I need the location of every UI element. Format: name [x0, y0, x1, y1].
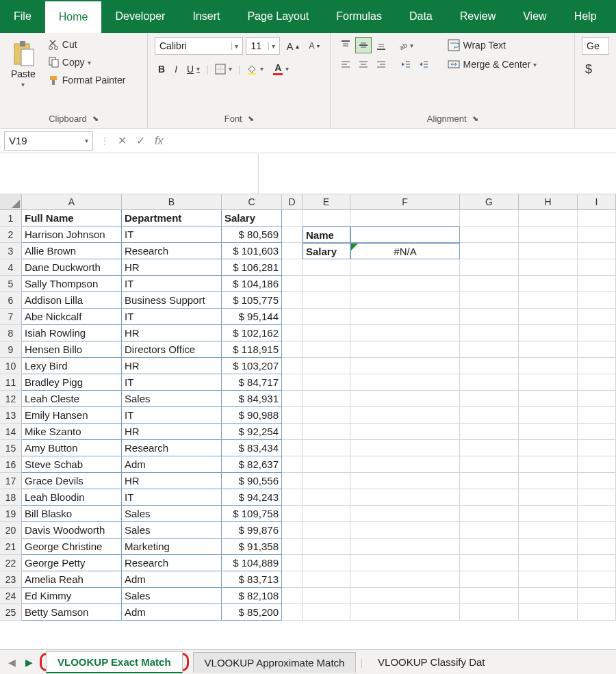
cell[interactable] [460, 473, 519, 489]
cell[interactable] [350, 374, 460, 391]
cell[interactable] [460, 555, 519, 571]
bold-button[interactable]: B [155, 62, 168, 77]
cell[interactable]: IT [122, 309, 222, 325]
spreadsheet[interactable]: ABCDEFGHI 1Full NameDepartmentSalary2Har… [0, 194, 616, 621]
cell[interactable] [578, 309, 616, 325]
cell[interactable] [578, 210, 616, 226]
cell[interactable] [578, 555, 616, 571]
cell[interactable] [303, 539, 350, 555]
cell[interactable] [460, 243, 519, 259]
cell[interactable]: Sales [122, 522, 222, 539]
row-header[interactable]: 4 [0, 259, 22, 276]
cell[interactable] [303, 276, 350, 292]
cell[interactable] [519, 424, 578, 440]
cell[interactable]: $ 82,637 [222, 456, 282, 473]
row-header[interactable]: 15 [0, 440, 22, 456]
menu-tab-view[interactable]: View [509, 0, 560, 33]
cell[interactable] [303, 506, 350, 522]
cell[interactable] [282, 358, 303, 374]
column-header[interactable]: C [222, 194, 282, 209]
row-header[interactable]: 16 [0, 456, 22, 473]
row-header[interactable]: 23 [0, 571, 22, 588]
align-left-button[interactable] [337, 56, 354, 73]
cell[interactable] [350, 424, 460, 440]
cell[interactable]: IT [122, 407, 222, 424]
cell[interactable] [519, 391, 578, 407]
cell[interactable] [282, 325, 303, 341]
cell[interactable] [460, 292, 519, 309]
cell[interactable] [282, 555, 303, 571]
cell[interactable] [350, 341, 460, 358]
row-header[interactable]: 2 [0, 226, 22, 243]
align-right-button[interactable] [373, 56, 389, 73]
cell[interactable] [303, 571, 350, 588]
cell[interactable]: $ 91,358 [222, 539, 282, 555]
cell[interactable] [282, 571, 303, 588]
cell[interactable] [578, 473, 616, 489]
font-color-button[interactable]: A▾ [270, 60, 292, 77]
name-box[interactable]: V19 ▾ [4, 131, 93, 151]
cell[interactable] [303, 604, 350, 621]
format-painter-button[interactable]: Format Painter [45, 73, 129, 88]
cell[interactable] [282, 473, 303, 489]
cell[interactable] [578, 341, 616, 358]
cell[interactable]: $ 101,603 [222, 243, 282, 259]
cell[interactable]: $ 82,108 [222, 588, 282, 604]
cell[interactable]: Abe Nickcalf [22, 309, 122, 325]
row-header[interactable]: 13 [0, 407, 22, 424]
cell[interactable]: George Petty [22, 555, 122, 571]
paste-button[interactable]: Paste ▾ [7, 37, 40, 91]
row-header[interactable]: 5 [0, 276, 22, 292]
cell[interactable] [578, 259, 616, 276]
fx-button[interactable]: fx [155, 135, 163, 147]
cell[interactable] [282, 522, 303, 539]
cell[interactable] [519, 588, 578, 604]
cell[interactable]: $ 118,915 [222, 341, 282, 358]
cell[interactable]: Marketing [122, 539, 222, 555]
cell[interactable] [303, 325, 350, 341]
cell[interactable] [282, 226, 303, 243]
cell[interactable]: $ 80,569 [222, 226, 282, 243]
cell[interactable] [460, 571, 519, 588]
cell[interactable]: $ 85,200 [222, 604, 282, 621]
cell[interactable] [350, 226, 460, 243]
menu-tab-data[interactable]: Data [396, 0, 446, 33]
dialog-launcher-icon[interactable]: ⬊ [92, 114, 99, 123]
cell[interactable]: Addison Lilla [22, 292, 122, 309]
cell[interactable]: Salary [303, 243, 350, 259]
cell[interactable] [350, 456, 460, 473]
cell[interactable] [303, 555, 350, 571]
cell[interactable]: HR [122, 473, 222, 489]
cell[interactable] [578, 571, 616, 588]
sheet-tab[interactable]: VLOOKUP Exact Match [46, 651, 183, 673]
cell[interactable]: Research [122, 440, 222, 456]
cell[interactable]: $ 83,434 [222, 440, 282, 456]
cell[interactable] [460, 358, 519, 374]
cell[interactable] [282, 210, 303, 226]
row-header[interactable]: 8 [0, 325, 22, 341]
sheet-tab[interactable]: VLOOKUP Classify Dat [367, 652, 496, 672]
cell[interactable] [282, 276, 303, 292]
row-header[interactable]: 3 [0, 243, 22, 259]
cell[interactable]: IT [122, 489, 222, 506]
dialog-launcher-icon[interactable]: ⬊ [472, 114, 478, 123]
cell[interactable]: IT [122, 276, 222, 292]
cell[interactable]: HR [122, 358, 222, 374]
cell[interactable] [303, 588, 350, 604]
cell[interactable] [350, 489, 460, 506]
orientation-button[interactable]: ab▾ [398, 37, 414, 53]
cell[interactable] [578, 604, 616, 621]
cell[interactable]: Lexy Bird [22, 358, 122, 374]
cell[interactable] [519, 456, 578, 473]
cell[interactable] [303, 341, 350, 358]
row-header[interactable]: 1 [0, 210, 22, 226]
cell[interactable] [303, 259, 350, 276]
cell[interactable] [578, 456, 616, 473]
accept-formula-button[interactable]: ✓ [136, 134, 145, 147]
cell[interactable]: $ 109,758 [222, 506, 282, 522]
align-top-button[interactable] [337, 37, 354, 53]
tab-nav-next[interactable]: ▶ [23, 657, 36, 668]
cell[interactable]: $ 106,281 [222, 259, 282, 276]
cell[interactable] [350, 325, 460, 341]
cell[interactable] [303, 407, 350, 424]
